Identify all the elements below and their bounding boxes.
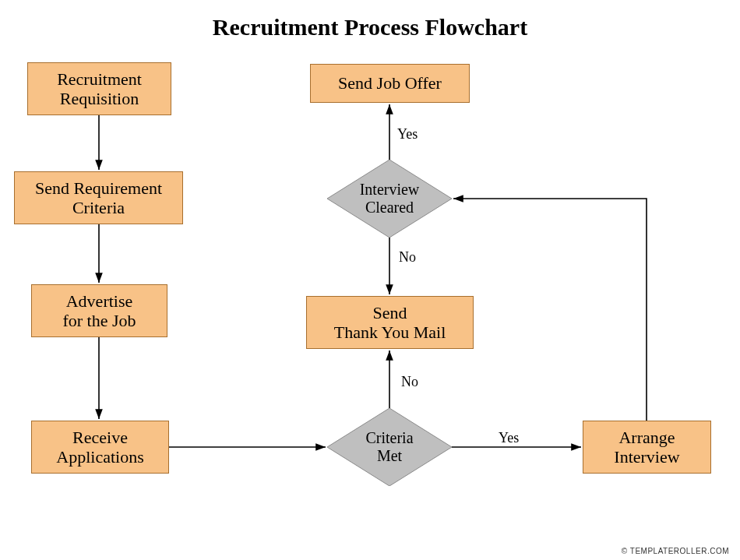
node-interview-cleared: InterviewCleared	[327, 160, 452, 238]
node-label: RecruitmentRequisition	[57, 69, 142, 109]
node-label: Advertisefor the Job	[62, 291, 136, 331]
edge-label-criteria-yes: Yes	[499, 430, 519, 446]
node-label: ArrangeInterview	[614, 428, 679, 467]
node-label: Send RequirementCriteria	[35, 178, 162, 218]
node-arrange-interview: ArrangeInterview	[583, 421, 711, 474]
node-label: CriteriaMet	[365, 429, 413, 465]
node-advertise-job: Advertisefor the Job	[31, 284, 167, 337]
node-receive-applications: ReceiveApplications	[31, 421, 169, 474]
edge-label-criteria-no: No	[401, 374, 418, 390]
edge-label-interview-no: No	[399, 249, 416, 266]
node-label: SendThank You Mail	[334, 303, 446, 343]
node-send-thank-you-mail: SendThank You Mail	[306, 296, 474, 349]
edge-label-interview-yes: Yes	[397, 126, 418, 143]
footer-credit: © TEMPLATEROLLER.COM	[622, 547, 729, 555]
page-title: Recruitment Process Flowchart	[0, 14, 740, 41]
node-label: InterviewCleared	[360, 181, 420, 217]
node-send-job-offer: Send Job Offer	[310, 64, 470, 103]
node-criteria-met: CriteriaMet	[327, 408, 452, 486]
node-label: ReceiveApplications	[56, 428, 143, 467]
node-label: Send Job Offer	[338, 73, 442, 93]
node-recruitment-requisition: RecruitmentRequisition	[27, 62, 171, 115]
node-send-requirement-criteria: Send RequirementCriteria	[14, 171, 183, 224]
